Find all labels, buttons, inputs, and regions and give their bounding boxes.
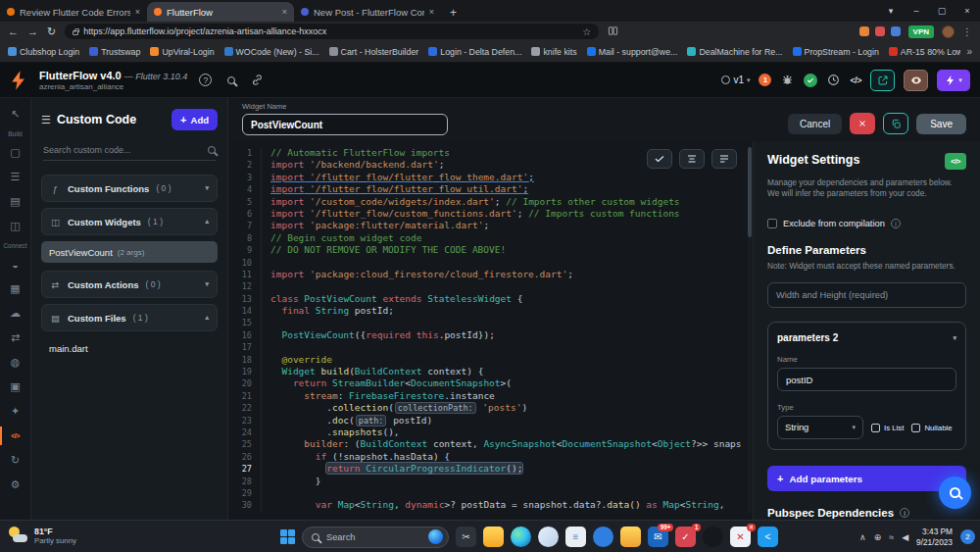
project-health-check-icon[interactable] xyxy=(804,74,817,87)
code-line[interactable]: 25 builder: (BuildContext context, Async… xyxy=(228,438,753,450)
rail-item-database[interactable]: ◒ xyxy=(0,252,30,276)
taskbar-app-blue[interactable] xyxy=(593,527,613,547)
preview-eye-button[interactable] xyxy=(904,70,928,91)
tab-close-icon[interactable]: × xyxy=(429,7,434,17)
code-line[interactable]: 22 .collection(collectionPath: 'posts') xyxy=(228,402,753,414)
rail-item-users[interactable]: ◍ xyxy=(0,350,30,375)
back-button[interactable]: ← xyxy=(8,26,19,37)
code-line[interactable]: 11import 'package:cloud_firestore/cloud_… xyxy=(228,269,753,280)
rail-item-storyboard[interactable]: ▤ xyxy=(0,189,30,214)
start-button[interactable] xyxy=(280,529,295,544)
bookmark-item[interactable]: Mail - support@we... xyxy=(587,47,678,57)
rail-item-data-schema[interactable]: ▦ xyxy=(0,276,30,301)
parameter-name-input[interactable]: postID xyxy=(777,368,956,391)
browser-tab[interactable]: FlutterFlow × xyxy=(147,2,294,22)
bookmark-star-icon[interactable]: ☆ xyxy=(582,26,591,37)
size-parameter-input[interactable]: Width and Height (required) xyxy=(767,282,966,308)
exclude-compilation-row[interactable]: Exclude from compilation i xyxy=(767,219,966,228)
browser-tab[interactable]: New Post - FlutterFlow Community × xyxy=(294,2,441,22)
code-line[interactable]: 23 .doc(path: postId) xyxy=(228,415,753,427)
code-badge[interactable]: </> xyxy=(945,153,966,170)
check-code-button[interactable] xyxy=(647,149,672,169)
wrap-lines-button[interactable] xyxy=(711,149,737,169)
debug-bug-icon[interactable] xyxy=(780,73,795,87)
is-list-option[interactable]: Is List xyxy=(871,424,904,432)
code-line[interactable]: 18 @override xyxy=(228,354,753,366)
forward-button[interactable]: → xyxy=(27,26,38,37)
cancel-button[interactable]: Cancel xyxy=(788,114,842,134)
extension-orange[interactable] xyxy=(859,26,869,36)
code-line[interactable]: 13class PostViewCount extends StatelessW… xyxy=(228,293,753,305)
extension-blue[interactable] xyxy=(891,26,901,36)
code-line[interactable]: 5import '/custom_code/widgets/index.dart… xyxy=(228,196,753,208)
code-line[interactable]: 29 xyxy=(228,487,753,499)
new-tab-button[interactable]: + xyxy=(441,6,466,22)
custom-code-search-input[interactable]: Search custom code... xyxy=(43,145,216,161)
version-chip[interactable]: v1 ▾ xyxy=(721,75,750,85)
refresh-button[interactable]: ↻ xyxy=(47,26,56,37)
custom-code-item[interactable]: PostViewCount (2 args) xyxy=(41,241,218,263)
editor-scrollbar[interactable] xyxy=(748,147,752,514)
code-line[interactable]: 8// Begin custom widget code xyxy=(228,232,753,244)
code-line[interactable]: 10 xyxy=(228,257,753,269)
code-line[interactable]: 6import '/flutter_flow/custom_functions.… xyxy=(228,208,753,220)
chevron-icon[interactable]: ▾ xyxy=(205,184,209,192)
custom-code-section[interactable]: ▤ Custom Files ( 1 ) ▴ xyxy=(41,304,218,331)
code-line[interactable]: 9// DO NOT REMOVE OR MODIFY THE CODE ABO… xyxy=(228,244,753,256)
code-line[interactable]: 4import '/flutter_flow/flutter_flow_util… xyxy=(228,183,753,195)
rail-item-custom-code[interactable]: </> xyxy=(0,424,30,448)
window-minimize-button[interactable]: – xyxy=(904,0,929,22)
bookmark-item[interactable]: Cart - HolsterBuilder xyxy=(329,47,419,57)
browser-menu-icon[interactable]: ⋮ xyxy=(962,26,972,37)
history-icon[interactable] xyxy=(826,73,841,87)
wifi-icon[interactable]: ≈ xyxy=(889,532,894,542)
weather-widget[interactable]: 81°F Partly sunny xyxy=(7,525,76,546)
bookmarks-overflow-icon[interactable]: » xyxy=(960,46,972,57)
delete-button[interactable] xyxy=(850,113,875,134)
taskbar-outlook-mail[interactable]: ✉ 99+ xyxy=(648,527,668,547)
code-line[interactable]: 16 PostViewCount({required this.postId})… xyxy=(228,329,753,341)
taskbar-copilot[interactable] xyxy=(538,527,559,547)
tab-close-icon[interactable]: × xyxy=(282,7,287,17)
open-external-button[interactable] xyxy=(870,70,895,91)
command-search-fab[interactable] xyxy=(939,477,971,509)
rail-item-components[interactable]: ◫ xyxy=(0,214,30,238)
add-parameters-button[interactable]: + Add parameters xyxy=(767,466,966,491)
network-icon[interactable]: ⊕ xyxy=(874,532,882,542)
code-line[interactable]: 26 if (!snapshot.hasData) { xyxy=(228,451,753,463)
format-code-button[interactable] xyxy=(679,149,705,169)
extension-red[interactable] xyxy=(875,26,885,36)
type-select[interactable]: String ▾ xyxy=(777,416,863,439)
browser-tab[interactable]: Review Flutter Code Errors × xyxy=(0,2,147,22)
widget-name-input[interactable]: PostViewCount xyxy=(242,114,448,135)
rail-item-branding[interactable]: ✦ xyxy=(0,399,30,424)
bookmark-item[interactable]: UpViral-Login xyxy=(150,47,214,57)
taskbar-search[interactable]: Search xyxy=(302,527,449,548)
chevron-icon[interactable]: ▴ xyxy=(205,314,209,322)
code-line[interactable]: 3import '/flutter_flow/flutter_flow_them… xyxy=(228,172,753,183)
chevron-icon[interactable]: ▾ xyxy=(205,280,209,288)
vpn-badge[interactable]: VPN xyxy=(908,25,934,38)
window-close-button[interactable]: × xyxy=(955,0,980,22)
code-line[interactable]: 24 .snapshots(), xyxy=(228,427,753,438)
notification-count-badge[interactable]: 2 xyxy=(960,529,975,544)
code-line[interactable]: 14 final String postId; xyxy=(228,305,753,317)
taskbar-folder[interactable] xyxy=(620,527,641,547)
bookmark-item[interactable]: WOCode (New) - Si... xyxy=(224,47,319,57)
code-line[interactable]: 30 var Map<String, dynamic>? postData = … xyxy=(228,499,753,511)
code-line[interactable]: 12 xyxy=(228,280,753,292)
tab-list-chevron-icon[interactable]: ▾ xyxy=(878,0,904,22)
bookmark-item[interactable]: Clubshop Login xyxy=(8,47,79,57)
code-line[interactable]: 7import 'package:flutter/material.dart'; xyxy=(228,220,753,231)
custom-code-item[interactable]: main.dart xyxy=(41,337,218,359)
taskbar-file-explorer[interactable] xyxy=(483,527,504,547)
address-bar[interactable]: https://app.flutterflow.io/project/azren… xyxy=(65,24,599,39)
volume-icon[interactable]: ◀ xyxy=(902,532,908,542)
issues-badge[interactable]: 1 xyxy=(759,74,771,86)
custom-code-section[interactable]: ƒ Custom Functions ( 0 ) ▾ xyxy=(41,175,218,202)
clock[interactable]: 3:43 PM 9/21/2023 xyxy=(916,527,953,548)
code-line[interactable]: 21 stream: FirebaseFirestore.instance xyxy=(228,390,753,402)
bookmark-item[interactable]: DealMachine for Re... xyxy=(687,47,782,57)
parameter-group-header[interactable]: parameters 2 ▾ xyxy=(777,332,956,343)
bookmark-item[interactable]: knife kits xyxy=(531,47,576,57)
